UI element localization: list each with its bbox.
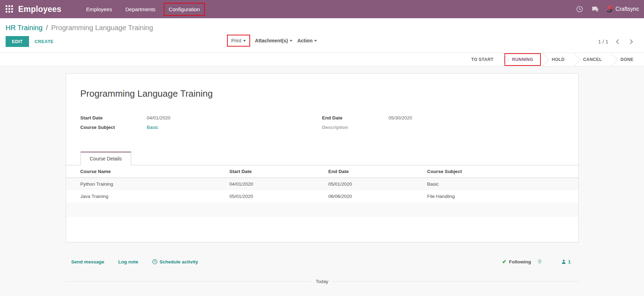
apps-grid-icon[interactable] (6, 5, 13, 13)
user-avatar-logo-icon: S (606, 5, 614, 13)
pager-previous-icon[interactable] (616, 39, 621, 44)
record-pager: 1 / 1 (598, 39, 638, 44)
clock-icon (152, 259, 157, 264)
form-view: Programming Language Training Start Date… (0, 73, 644, 284)
cell-course-subject: Basic (427, 178, 578, 191)
caret-down-icon (290, 40, 292, 42)
field-course-subject: Course Subject Basic (80, 123, 322, 132)
print-label: Print (231, 38, 241, 43)
user-menu[interactable]: S Craftsync (607, 5, 639, 13)
table-row[interactable]: Python Training 04/01/2020 05/01/2020 Ba… (66, 178, 578, 191)
end-date-label: End Date (322, 113, 389, 123)
breadcrumb-separator: / (46, 24, 48, 32)
field-description: Description (322, 123, 578, 132)
table-row[interactable]: Java Training 05/01/2020 06/06/2020 File… (66, 190, 578, 202)
field-column-left: Start Date 04/01/2020 Course Subject Bas… (66, 113, 322, 132)
course-subject-value-link[interactable]: Basic (147, 123, 158, 132)
column-course-name[interactable]: Course Name (66, 165, 229, 178)
tab-course-details[interactable]: Course Details (80, 152, 132, 165)
followers-counter[interactable]: 1 (561, 259, 571, 264)
document-actions: Print Attachment(s) Action (227, 35, 317, 47)
start-date-value: 04/01/2020 (147, 113, 171, 123)
attachments-label: Attachment(s) (255, 38, 288, 43)
menu-item-configuration[interactable]: Configuration (164, 3, 205, 16)
table-row-empty (66, 202, 578, 217)
pager-counter: 1 / 1 (598, 39, 608, 44)
menu-item-employees[interactable]: Employees (81, 3, 117, 16)
today-label: Today (316, 279, 328, 284)
create-button[interactable]: CREATE (35, 39, 54, 44)
field-start-date: Start Date 04/01/2020 (80, 113, 322, 123)
menu-item-departments[interactable]: Departments (120, 3, 160, 16)
cell-start-date: 05/01/2020 (229, 190, 328, 202)
log-note-button[interactable]: Log note (118, 259, 138, 264)
description-label: Description (322, 123, 389, 132)
notebook-tabs: Course Details (66, 152, 578, 165)
field-column-right: End Date 05/30/2020 Description (322, 113, 578, 132)
breadcrumb-parent-link[interactable]: HR Training (6, 24, 43, 32)
caret-down-icon (314, 40, 317, 42)
field-end-date: End Date 05/30/2020 (322, 113, 578, 123)
breadcrumb: HR Training / Programming Language Train… (0, 18, 644, 33)
cell-end-date: 05/01/2020 (328, 178, 427, 191)
table-header-row: Course Name Start Date End Date Course S… (66, 165, 578, 178)
print-dropdown[interactable]: Print (227, 35, 250, 47)
edit-button[interactable]: EDIT (6, 36, 29, 47)
today-divider: Today (66, 279, 579, 284)
cell-course-subject: File Handling (427, 190, 578, 202)
field-group: Start Date 04/01/2020 Course Subject Bas… (66, 113, 578, 132)
person-icon (561, 259, 566, 264)
navbar-right: S Craftsync (576, 5, 639, 13)
button-row: EDIT CREATE Print Attachment(s) Action 1… (0, 33, 644, 53)
activity-clock-icon[interactable] (576, 5, 583, 13)
course-subject-label: Course Subject (80, 123, 147, 132)
chatter-right: ✔ Following 1 (502, 259, 571, 265)
user-name: Craftsync (615, 6, 639, 12)
caret-down-icon (243, 40, 246, 42)
record-title: Programming Language Training (80, 88, 578, 99)
pager-next-icon[interactable] (628, 39, 633, 44)
action-label: Action (297, 38, 313, 43)
record-sheet: Programming Language Training Start Date… (66, 73, 579, 242)
chatter-toolbar: Send message Log note Schedule activity … (66, 259, 579, 265)
send-message-button[interactable]: Send message (71, 259, 105, 264)
followers-count: 1 (568, 259, 571, 264)
breadcrumb-current: Programming Language Training (51, 24, 153, 32)
column-course-subject[interactable]: Course Subject (427, 165, 578, 178)
bell-icon[interactable] (537, 259, 543, 265)
cell-end-date: 06/06/2020 (328, 190, 427, 202)
cell-start-date: 04/01/2020 (229, 178, 328, 191)
messages-icon[interactable] (591, 5, 599, 13)
check-icon: ✔ (502, 259, 507, 265)
status-to-start[interactable]: TO START (463, 53, 501, 66)
following-button[interactable]: ✔ Following (502, 259, 531, 265)
main-menu: Employees Departments Configuration (79, 0, 206, 18)
schedule-activity-button[interactable]: Schedule activity (152, 259, 198, 264)
chatter: Send message Log note Schedule activity … (66, 242, 579, 284)
statusbar: TO START RUNNING HOLD CANCEL DONE (0, 53, 644, 67)
cell-course-name: Java Training (66, 190, 229, 202)
schedule-activity-label: Schedule activity (160, 259, 198, 264)
end-date-value: 05/30/2020 (389, 113, 412, 123)
start-date-label: Start Date (80, 113, 147, 123)
course-details-table: Course Name Start Date End Date Course S… (66, 165, 578, 217)
following-label: Following (509, 259, 531, 264)
top-navbar: Employees Employees Departments Configur… (0, 0, 644, 18)
column-end-date[interactable]: End Date (328, 165, 427, 178)
attachments-dropdown[interactable]: Attachment(s) (255, 38, 292, 43)
control-panel: HR Training / Programming Language Train… (0, 18, 644, 53)
column-start-date[interactable]: Start Date (229, 165, 328, 178)
action-dropdown[interactable]: Action (297, 38, 317, 43)
cell-course-name: Python Training (66, 178, 229, 191)
app-title: Employees (18, 5, 61, 14)
